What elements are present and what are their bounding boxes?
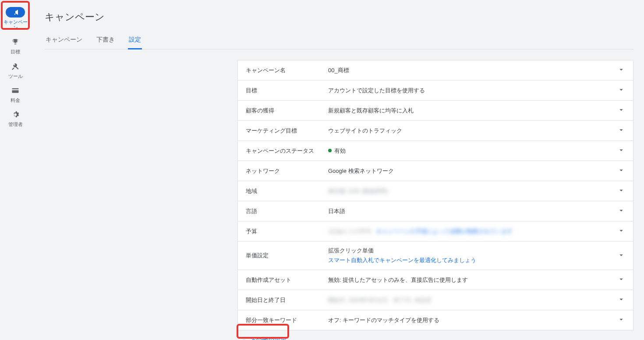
sidebar-item-goals[interactable]: 目標 [0, 33, 31, 57]
tab-campaigns[interactable]: キャンペーン [45, 32, 83, 49]
more-settings-toggle[interactable]: その他の設定 [237, 330, 290, 340]
chevron-down-icon [617, 295, 625, 305]
setting-goal[interactable]: 目標 アカウントで設定した目標を使用する [237, 81, 633, 101]
sidebar-item-label: キャンペーン [2, 19, 29, 31]
setting-value: アカウントで設定した目標を使用する [328, 87, 609, 95]
sidebar-item-billing[interactable]: 料金 [0, 82, 31, 106]
setting-campaign-name[interactable]: キャンペーン名 00_商標 [237, 60, 633, 81]
sidebar-item-campaigns[interactable]: キャンペーン [0, 4, 31, 33]
setting-value: 開始日: 2020年3月31日 終了日: 未設定 [328, 296, 609, 304]
setting-label: キャンペーンのステータス [246, 147, 320, 155]
setting-label: 開始日と終了日 [246, 296, 320, 304]
chevron-down-icon [617, 207, 625, 216]
bidding-optimize-link[interactable]: スマート自動入札でキャンペーンを最適化してみましょう [328, 256, 609, 264]
chevron-down-icon [617, 146, 625, 155]
setting-customer-acquisition[interactable]: 顧客の獲得 新規顧客と既存顧客に均等に入札 [237, 101, 633, 121]
tabs: キャンペーン 下書き 設定 [45, 32, 633, 49]
tab-drafts[interactable]: 下書き [96, 32, 116, 49]
setting-locations[interactable]: 地域 東京都, 日本 (都道府県) [237, 181, 633, 201]
setting-label: 地域 [246, 187, 320, 195]
setting-networks[interactable]: ネットワーク Google 検索ネットワーク [237, 161, 633, 181]
trophy-icon [6, 37, 25, 47]
sidebar-item-tools[interactable]: ツール [0, 58, 31, 82]
setting-label: 予算 [246, 228, 320, 235]
setting-label: マーケティング目標 [246, 127, 320, 135]
gear-icon [6, 109, 25, 120]
chevron-down-icon [617, 106, 625, 115]
setting-dates[interactable]: 開始日と終了日 開始日: 2020年3月31日 終了日: 未設定 [237, 290, 633, 310]
setting-label: ネットワーク [246, 167, 320, 175]
setting-value: 00_商標 [328, 67, 609, 74]
sidebar-item-label: 管理者 [8, 122, 23, 127]
card-icon [6, 85, 25, 96]
settings-list: キャンペーン名 00_商標 目標 アカウントで設定した目標を使用する 顧客の獲得… [237, 60, 633, 340]
sidebar-item-label: 料金 [11, 98, 20, 103]
setting-budget[interactable]: 予算 1日あたりの平均 キャンペーンの予算によって成果が制限されています [237, 221, 633, 242]
sidebar-item-label: 目標 [11, 49, 20, 55]
setting-label: 部分一致キーワード [246, 316, 320, 324]
setting-auto-assets[interactable]: 自動作成アセット 無効: 提供したアセットのみを、直接広告に使用します [237, 270, 633, 290]
chevron-down-icon [617, 126, 625, 135]
setting-marketing-goal[interactable]: マーケティング目標 ウェブサイトのトラフィック [237, 121, 633, 141]
setting-value: 新規顧客と既存顧客に均等に入札 [328, 107, 609, 115]
setting-label: キャンペーン名 [246, 67, 320, 74]
setting-broad-match[interactable]: 部分一致キーワード オフ: キーワードのマッチタイプを使用する [237, 310, 633, 330]
setting-value: 拡張クリック単価 スマート自動入札でキャンペーンを最適化してみましょう [328, 247, 609, 264]
setting-label: 単価設定 [246, 252, 320, 259]
setting-value: Google 検索ネットワーク [328, 167, 609, 175]
main-content: キャンペーン キャンペーン 下書き 設定 キャンペーン名 00_商標 目標 アカ… [31, 0, 644, 340]
tab-settings[interactable]: 設定 [128, 32, 142, 49]
setting-value: オフ: キーワードのマッチタイプを使用する [328, 316, 609, 324]
more-settings-label: その他の設定 [250, 336, 287, 340]
setting-value: 日本語 [328, 207, 609, 215]
sidebar-item-admin[interactable]: 管理者 [0, 106, 31, 130]
setting-label: 自動作成アセット [246, 276, 320, 284]
chevron-down-icon [617, 227, 625, 236]
page-title: キャンペーン [45, 0, 633, 32]
setting-value: 無効: 提供したアセットのみを、直接広告に使用します [328, 276, 609, 284]
chevron-down-icon [617, 66, 625, 75]
setting-campaign-status[interactable]: キャンペーンのステータス 有効 [237, 141, 633, 161]
chevron-down-icon [617, 166, 625, 175]
chevron-down-icon [241, 337, 247, 340]
status-dot-green [328, 149, 332, 152]
chevron-down-icon [617, 186, 625, 196]
setting-label: 目標 [246, 87, 320, 95]
megaphone-icon [6, 7, 25, 18]
setting-label: 言語 [246, 207, 320, 215]
chevron-down-icon [617, 86, 625, 95]
setting-value: 有効 [328, 147, 609, 155]
chevron-down-icon [617, 275, 625, 284]
tools-icon [6, 61, 25, 72]
left-sidebar: キャンペーン 目標 ツール 料金 管理者 [0, 0, 31, 340]
setting-bidding[interactable]: 単価設定 拡張クリック単価 スマート自動入札でキャンペーンを最適化してみましょう [237, 242, 633, 270]
setting-label: 顧客の獲得 [246, 107, 320, 115]
setting-value: 1日あたりの平均 キャンペーンの予算によって成果が制限されています [328, 228, 609, 235]
setting-languages[interactable]: 言語 日本語 [237, 201, 633, 221]
chevron-down-icon [617, 315, 625, 325]
setting-value: 東京都, 日本 (都道府県) [328, 187, 609, 195]
setting-value: ウェブサイトのトラフィック [328, 127, 609, 135]
sidebar-item-label: ツール [8, 74, 23, 79]
chevron-down-icon [617, 251, 625, 260]
